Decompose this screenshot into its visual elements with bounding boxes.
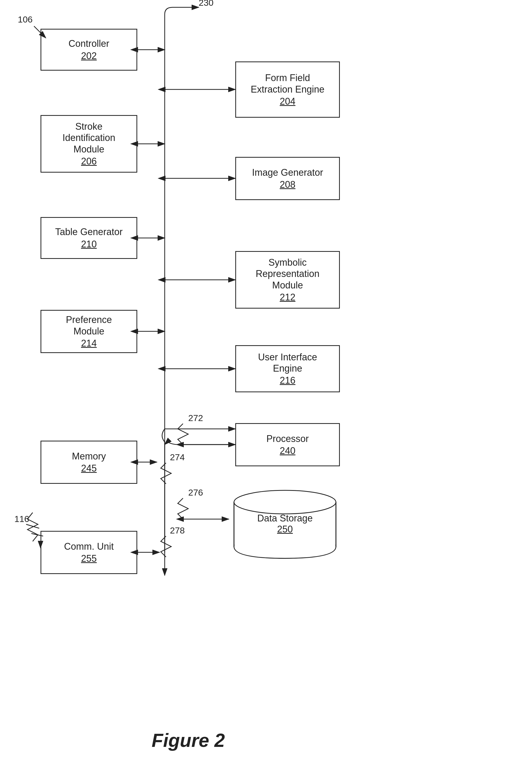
svg-text:230: 230 xyxy=(199,0,213,8)
data-storage-label: Data Storage 250 xyxy=(229,513,341,535)
form-field-number: 204 xyxy=(280,96,295,107)
controller-box: Controller 202 xyxy=(40,29,137,71)
symbolic-label: SymbolicRepresentationModule xyxy=(256,257,320,291)
pref-module-number: 214 xyxy=(81,338,97,349)
symbolic-box: SymbolicRepresentationModule 212 xyxy=(235,251,340,309)
controller-label: Controller xyxy=(69,38,109,49)
memory-label: Memory xyxy=(72,451,106,462)
processor-box: Processor 240 xyxy=(235,423,340,466)
image-gen-number: 208 xyxy=(280,179,295,190)
pref-module-label: PreferenceModule xyxy=(66,314,112,336)
comm-unit-label: Comm. Unit xyxy=(64,541,114,552)
data-storage-cylinder: Data Storage 250 xyxy=(229,489,341,560)
memory-number: 245 xyxy=(81,463,97,474)
image-gen-box: Image Generator 208 xyxy=(235,157,340,200)
stroke-id-box: StrokeIdentificationModule 206 xyxy=(40,115,137,173)
symbolic-number: 212 xyxy=(280,292,295,303)
memory-box: Memory 245 xyxy=(40,441,137,484)
ref-116: 116 xyxy=(14,514,29,524)
diagram: 106 116 Figure 2 Controller 202 StrokeId… xyxy=(0,0,532,778)
ref-106: 106 xyxy=(18,14,33,24)
comm-unit-number: 255 xyxy=(81,553,97,564)
comm-unit-box: Comm. Unit 255 xyxy=(40,531,137,574)
svg-text:278: 278 xyxy=(170,525,185,535)
pref-module-box: PreferenceModule 214 xyxy=(40,310,137,353)
ui-engine-label: User InterfaceEngine xyxy=(258,352,317,374)
figure-caption: Figure 2 xyxy=(152,729,225,751)
form-field-box: Form FieldExtraction Engine 204 xyxy=(235,62,340,118)
stroke-id-label: StrokeIdentificationModule xyxy=(63,121,115,155)
controller-number: 202 xyxy=(81,51,97,62)
image-gen-label: Image Generator xyxy=(252,167,323,178)
svg-rect-3 xyxy=(235,534,335,547)
svg-line-33 xyxy=(26,524,39,528)
svg-point-1 xyxy=(234,490,336,514)
processor-label: Processor xyxy=(266,433,309,444)
svg-text:276: 276 xyxy=(188,487,203,497)
processor-number: 240 xyxy=(280,445,295,456)
ui-engine-number: 216 xyxy=(280,375,295,386)
form-field-label: Form FieldExtraction Engine xyxy=(251,72,325,95)
stroke-id-number: 206 xyxy=(81,156,97,167)
ui-engine-box: User InterfaceEngine 216 xyxy=(235,345,340,392)
table-gen-box: Table Generator 210 xyxy=(40,217,137,259)
svg-text:274: 274 xyxy=(170,452,185,462)
table-gen-number: 210 xyxy=(81,239,97,250)
svg-text:272: 272 xyxy=(188,413,203,423)
table-gen-label: Table Generator xyxy=(55,226,122,237)
